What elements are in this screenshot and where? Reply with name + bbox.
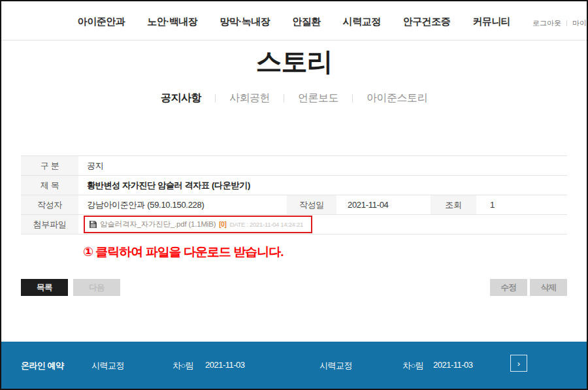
post-title-value: 황반변성 자가진단 암슬러 격자표 (다운받기)	[78, 176, 567, 195]
reservation-item-category[interactable]: 시력교정	[91, 360, 124, 372]
utility-links: 로그아웃 마이페이지	[532, 18, 588, 28]
attachment-filename: 암슬러격자_자가진단_.pdf (1.1MiB)	[100, 219, 216, 229]
table-row-attachment: 첨부파일 암슬러격자_자가진단_.pdf (1.1MiB)	[21, 215, 567, 235]
reservation-item-name: 차○림	[402, 360, 423, 372]
category-value: 공지	[78, 156, 567, 175]
story-tabs: 공지사항 사회공헌 언론보도 아이준스토리	[1, 91, 587, 105]
reservation-item-name: 차○림	[172, 360, 193, 372]
title-label: 제 목	[21, 176, 78, 195]
nav-item-presbyopia-cataract[interactable]: 노안·백내장	[147, 16, 197, 28]
main-nav: 아이준안과 노안·백내장 망막·녹내장 안질환 시력교정 안구건조증 커뮤니티	[1, 16, 587, 28]
mypage-link[interactable]: 마이페이지	[572, 18, 588, 28]
attachment-download-count: [0]	[219, 221, 226, 228]
attachment-date: DATE : 2021-11-04 14:24:21	[230, 221, 303, 228]
views-label: 조회	[431, 195, 476, 214]
action-buttons: 목록 다음 수정 삭제	[21, 279, 567, 296]
utility-divider	[566, 20, 567, 26]
clinic-notice-page: 아이준안과 노안·백내장 망막·녹내장 안질환 시력교정 안구건조증 커뮤니티 …	[0, 0, 588, 390]
date-label: 작성일	[287, 195, 336, 214]
views-value: 1	[476, 195, 567, 214]
nav-item-retina-glaucoma[interactable]: 망막·녹내장	[220, 16, 270, 28]
file-save-icon	[90, 221, 97, 228]
tab-eyejun-story[interactable]: 아이준스토리	[353, 91, 441, 105]
author-value: 강남아이준안과 (59.10.150.228)	[78, 195, 287, 214]
table-row-category: 구 분 공지	[21, 156, 567, 176]
attachment-label: 첨부파일	[21, 215, 78, 234]
next-button[interactable]: 다음	[73, 279, 120, 296]
attachment-cell: 암슬러격자_자가진단_.pdf (1.1MiB) [0] DATE : 2021…	[78, 215, 567, 234]
tab-social-contribution[interactable]: 사회공헌	[216, 91, 284, 105]
reservation-item-date: 2021-11-03	[205, 360, 245, 370]
reservation-item-date: 2021-11-03	[433, 360, 473, 370]
table-row-title: 제 목 황반변성 자가진단 암슬러 격자표 (다운받기)	[21, 176, 567, 195]
tab-press[interactable]: 언론보도	[284, 91, 352, 105]
download-instruction-annotation: ① 클릭하여 파일을 다운로드 받습니다.	[83, 244, 587, 261]
author-label: 작성자	[21, 195, 78, 214]
reservation-title: 온라인 예약	[21, 360, 64, 372]
site-header: 아이준안과 노안·백내장 망막·녹내장 안질환 시력교정 안구건조증 커뮤니티 …	[1, 1, 587, 41]
reservation-item-category[interactable]: 시력교정	[319, 360, 352, 372]
chevron-right-icon: ›	[517, 359, 520, 368]
date-value: 2021-11-04	[336, 195, 431, 214]
page-title: 스토리	[1, 46, 587, 76]
tab-notice[interactable]: 공지사항	[147, 91, 215, 105]
attachment-download-link[interactable]: 암슬러격자_자가진단_.pdf (1.1MiB) [0] DATE : 2021…	[84, 216, 312, 233]
online-reservation-bar: 온라인 예약 시력교정 차○림 2021-11-03 시력교정 차○림 2021…	[1, 342, 587, 389]
edit-button[interactable]: 수정	[490, 279, 527, 296]
post-info-table: 구 분 공지 제 목 황반변성 자가진단 암슬러 격자표 (다운받기) 작성자 …	[21, 155, 567, 235]
nav-item-vision-correction[interactable]: 시력교정	[343, 16, 381, 28]
nav-item-community[interactable]: 커뮤니티	[472, 16, 510, 28]
nav-item-eye-disease[interactable]: 안질환	[292, 16, 321, 28]
logout-link[interactable]: 로그아웃	[532, 18, 561, 28]
category-label: 구 분	[21, 156, 78, 175]
nav-item-dry-eye[interactable]: 안구건조증	[403, 16, 451, 28]
nav-item-clinic[interactable]: 아이준안과	[78, 16, 125, 28]
list-button[interactable]: 목록	[21, 279, 68, 296]
delete-button[interactable]: 삭제	[530, 279, 567, 296]
reservation-next-button[interactable]: ›	[510, 355, 527, 372]
table-row-author: 작성자 강남아이준안과 (59.10.150.228) 작성일 2021-11-…	[21, 195, 567, 215]
